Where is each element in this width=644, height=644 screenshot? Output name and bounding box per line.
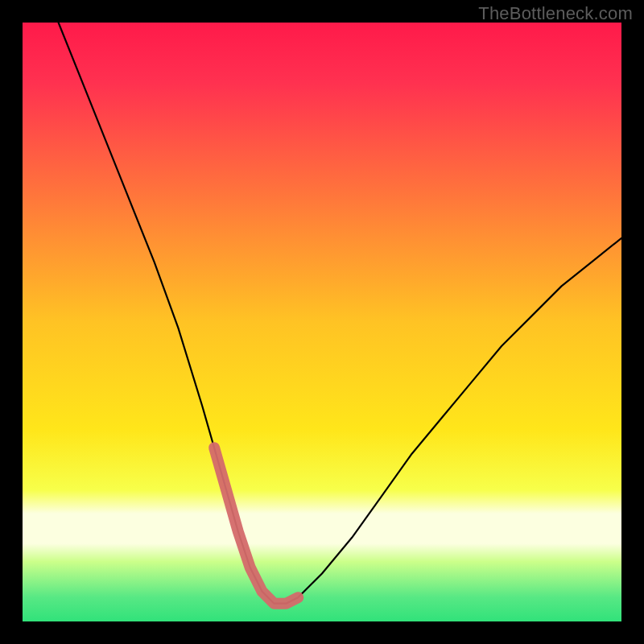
chart-frame: TheBottleneck.com (0, 0, 644, 644)
chart-svg (23, 23, 621, 621)
gradient-bg (23, 23, 621, 621)
watermark-text: TheBottleneck.com (478, 3, 633, 24)
plot-area (23, 23, 621, 621)
